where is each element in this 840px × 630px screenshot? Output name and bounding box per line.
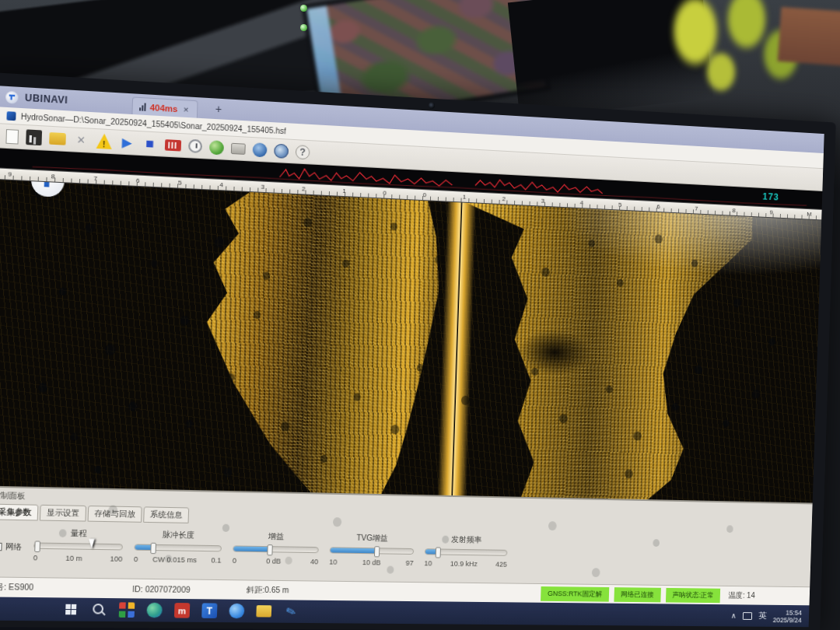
slider-label: TVG增益	[356, 533, 388, 544]
open-folder-icon[interactable]	[49, 132, 66, 145]
slider-min: 10	[329, 558, 337, 565]
ruler-number: 0	[423, 190, 427, 200]
sonar-waterfall[interactable]	[0, 180, 821, 503]
hydrosonar-app-icon	[6, 111, 16, 121]
slider-fill	[233, 546, 269, 551]
slider-max: 425	[495, 561, 507, 569]
play-icon[interactable]: ▶	[119, 135, 135, 151]
ruler-number: 9	[8, 169, 12, 180]
slider-handle[interactable]	[435, 547, 440, 558]
ruler-number: 0	[383, 187, 387, 198]
panel-tab[interactable]: 采集参数	[0, 504, 38, 521]
ruler-number: 5	[178, 177, 182, 188]
panel-tab[interactable]: 显示设置	[40, 505, 86, 522]
slider-track[interactable]	[425, 548, 508, 556]
status-leds	[300, 5, 308, 51]
warning-icon[interactable]: !	[96, 133, 113, 149]
slider-min: 10	[424, 559, 432, 567]
checkbox-checked-icon[interactable]	[0, 543, 2, 551]
slider-handle[interactable]	[268, 544, 274, 555]
start-icon[interactable]	[63, 602, 79, 618]
status-segment: 网络已连接	[614, 587, 661, 602]
slider-values: 0 10 m 100	[33, 554, 123, 563]
slider-max: 97	[405, 559, 413, 567]
tray-expand-caret[interactable]: ∧	[730, 611, 736, 620]
control-panel: 控制面板 采集参数显示设置存储与回放系统信息 网络	[0, 486, 813, 587]
ruler-number: 5	[618, 200, 622, 210]
slider-max: 40	[310, 558, 318, 565]
slider-track[interactable]	[330, 547, 415, 555]
app-brand: UBINAVI	[25, 92, 68, 106]
panel-tab[interactable]: 存储与回放	[88, 506, 142, 523]
snapshot-icon[interactable]	[231, 142, 246, 154]
feather-app-icon[interactable]: ✎	[282, 602, 300, 621]
slider-handle[interactable]	[374, 546, 380, 557]
laptop-bezel: UBINAVI 404ms × + HydroSonar—D:\Sonar_20…	[0, 72, 836, 630]
waterfall-chart-icon[interactable]	[26, 129, 42, 145]
slider-min: 0	[134, 555, 138, 563]
compass-icon[interactable]	[253, 142, 268, 157]
ruler-number: 8	[732, 205, 736, 215]
slider-values: 0 0 dB 40	[233, 557, 319, 566]
taskbar-clock[interactable]: 15:54 2025/9/24	[773, 608, 803, 624]
slider-group: 量程 0 10 m 100	[33, 527, 124, 563]
ruler-number: 9	[769, 208, 773, 218]
status-segment: GNSS:RTK固定解	[541, 586, 609, 602]
clear-icon[interactable]: ✕	[73, 132, 89, 149]
ruler-number: 3	[261, 182, 264, 192]
ruler-number: 6	[136, 175, 140, 186]
tab-close-icon[interactable]: ×	[181, 104, 190, 114]
tray-monitor-icon[interactable]	[743, 612, 752, 620]
taskbar-tray: ∧ 英 15:54 2025/9/24	[730, 608, 802, 624]
slider-values: 0 CW 0.015 ms 0.1	[134, 555, 222, 565]
slider-fill	[331, 548, 376, 553]
clock-time: 15:54	[786, 608, 802, 616]
input-language-indicator[interactable]: 英	[758, 610, 767, 621]
device-model: 型号: ES900	[0, 582, 33, 593]
slant-range: 斜距:0.65 m	[247, 585, 289, 597]
panel-tab[interactable]: 系统信息	[143, 506, 189, 523]
stop-icon[interactable]: ■	[142, 135, 158, 152]
edge-icon[interactable]	[146, 603, 163, 618]
parameter-controls: 网络 量程	[0, 527, 806, 572]
m-app-icon[interactable]: m	[174, 603, 190, 618]
search-icon[interactable]	[91, 602, 107, 618]
device-id: ID: 0207072009	[132, 584, 191, 593]
t-app-icon[interactable]: T	[201, 603, 217, 618]
network-checkbox-group[interactable]: 网络	[0, 541, 23, 553]
ruler-number: 6	[656, 201, 660, 212]
slider-track[interactable]	[33, 542, 123, 550]
slider-value: 10 m	[65, 555, 82, 563]
new-tab-button[interactable]: +	[215, 103, 222, 116]
ruler-number: 2	[502, 194, 506, 204]
clock-icon[interactable]	[188, 139, 202, 153]
slider-max: 100	[110, 555, 122, 563]
taskbar-apps: m T ✎	[63, 602, 299, 619]
slider-track[interactable]	[233, 545, 319, 553]
slider-label: 发射频率	[451, 534, 482, 546]
slider-label: 量程	[71, 528, 88, 540]
ruler-number: 4	[579, 198, 583, 208]
checkbox-label: 网络	[5, 541, 23, 553]
slider-track[interactable]	[134, 544, 222, 551]
slider-group: 发射频率 10 10.9 kHz 425	[424, 534, 508, 568]
new-file-icon[interactable]	[5, 128, 19, 144]
network-icon[interactable]	[274, 143, 289, 158]
globe-icon[interactable]	[209, 140, 224, 155]
slider-handle[interactable]	[150, 543, 156, 554]
ruler-number: 8	[51, 171, 54, 182]
file-explorer-icon[interactable]	[256, 605, 271, 617]
slider-value: 10.9 kHz	[450, 560, 478, 568]
bezel-reflection: ∧ 英 2025/9/24	[0, 627, 820, 630]
record-icon[interactable]	[165, 139, 181, 151]
slider-handle[interactable]	[34, 541, 40, 552]
slider-group: 增益 0 0 dB 40	[233, 530, 320, 565]
ruler-number: 3	[541, 196, 545, 206]
ruler-number: M	[807, 209, 812, 219]
help-icon[interactable]: ?	[296, 145, 310, 159]
chat-app-icon[interactable]	[229, 604, 244, 619]
clock-date: 2025/9/24	[773, 616, 802, 624]
slider-group: TVG增益 10 10 dB 97	[329, 532, 415, 567]
app-grid-icon[interactable]	[119, 602, 135, 618]
ruler-number: 2	[302, 184, 306, 194]
